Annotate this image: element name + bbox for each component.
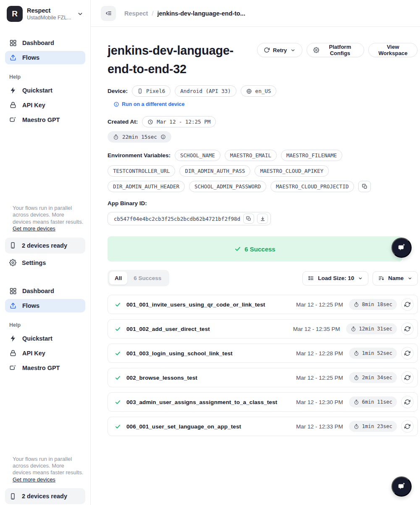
sidebar-item-quickstart[interactable]: Quickstart <box>5 332 85 345</box>
flow-result-row[interactable]: 006_001_user_set_language_on_app_test Ma… <box>108 417 418 436</box>
sidebar-item-label: Maestro GPT <box>22 365 60 371</box>
stopwatch-icon <box>354 351 359 356</box>
workspace-switcher[interactable]: R Respect UstadMobile FZL... <box>5 6 85 22</box>
stopwatch-icon <box>354 399 359 405</box>
app-binary-chip: cb547f04e4bc2cb3f25cb2bcdb62b4721bf2f98d <box>108 212 271 225</box>
info-icon[interactable] <box>160 134 166 140</box>
flow-result-row[interactable]: 001_001_invite_users_using_qr_code_or_li… <box>108 295 418 314</box>
refresh-icon <box>404 375 410 381</box>
flow-time: Mar 12 - 12:28 PM <box>296 350 343 357</box>
retry-flow-button[interactable] <box>401 371 414 384</box>
env-var-chip[interactable]: MAESTRO_CLOUD_PROJECTID <box>270 181 354 192</box>
total-duration-value: 22min 15sec <box>122 134 157 140</box>
view-workspace-button[interactable]: View Workspace <box>368 43 417 57</box>
sidebar-nav-secondary: Dashboard Flows Help Quickstart API Key <box>5 284 85 375</box>
flow-results-list: 001_001_invite_users_using_qr_code_or_li… <box>108 295 418 436</box>
run-different-device-label: Run on a different device <box>122 101 184 107</box>
sidebar-item-api-key[interactable]: API Key <box>5 98 85 112</box>
env-var-chip[interactable]: MAESTRO_CLOUD_APIKEY <box>255 165 329 177</box>
flow-result-row[interactable]: 003_admin_user_assigns_assignment_to_a_c… <box>108 392 418 412</box>
parallel-flows-note: Your flows run in parallel across device… <box>13 205 84 233</box>
workspace-org: UstadMobile FZL... <box>27 15 73 21</box>
check-icon <box>115 375 121 381</box>
devices-ready-label: 2 devices ready <box>22 242 67 249</box>
load-size-dropdown[interactable]: Load Size: 10 <box>302 271 368 286</box>
sort-dropdown[interactable]: Name <box>373 271 418 286</box>
device-os-chip[interactable]: Android (API 33) <box>175 85 236 97</box>
results-area: All 6 Success Load Size: 10 <box>108 270 418 436</box>
flow-result-row[interactable]: 001_002_add_user_direct_test Mar 12 - 12… <box>108 319 418 338</box>
env-var-chip[interactable]: MAESTRO_FILENAME <box>281 150 342 161</box>
header-actions: Retry Platform Configs View Workspace <box>257 41 417 57</box>
retry-flow-button[interactable] <box>401 298 414 311</box>
env-var-chip[interactable]: MAESTRO_EMAIL <box>225 150 277 161</box>
view-workspace-label: View Workspace <box>375 44 411 56</box>
flow-duration-chip: 1min 52sec <box>349 348 397 359</box>
device-model-chip[interactable]: Pixel6 <box>132 85 171 97</box>
env-var-chip[interactable]: TESTCONTROLLER_URL <box>108 165 175 177</box>
retry-flow-button[interactable] <box>401 396 414 408</box>
sidebar-item-dashboard[interactable]: Dashboard <box>5 36 85 50</box>
feedback-fab-button[interactable] <box>391 238 412 258</box>
sidebar-item-flows[interactable]: Flows <box>5 51 85 64</box>
devices-ready-status[interactable]: 2 devices ready <box>5 488 85 504</box>
tab-all[interactable]: All <box>109 272 127 285</box>
sidebar-nav-primary: Dashboard Flows Help Quickstart API Key <box>5 36 85 127</box>
download-binary-button[interactable] <box>257 214 268 224</box>
flow-name: 003_admin_user_assigns_assignment_to_a_c… <box>126 399 296 405</box>
results-controls: All 6 Success Load Size: 10 <box>108 270 418 286</box>
run-different-device-link[interactable]: Run on a different device <box>113 101 184 107</box>
chat-sparkle-icon <box>9 364 17 372</box>
note-text: Your flows run in parallel across device… <box>13 456 83 476</box>
sidebar-item-maestro-gpt[interactable]: Maestro GPT <box>5 113 85 127</box>
tab-success[interactable]: 6 Success <box>127 272 168 285</box>
copy-binary-id-button[interactable] <box>243 214 254 224</box>
env-var-chip[interactable]: DIR_ADMIN_AUTH_HEADER <box>108 181 185 192</box>
device-locale-chip[interactable]: en_US <box>241 85 277 97</box>
sort-descending-icon <box>378 275 384 281</box>
feedback-fab-button[interactable] <box>391 476 412 497</box>
workspace-name: Respect <box>27 7 73 14</box>
phone-device-icon <box>137 88 143 94</box>
refresh-icon <box>264 47 270 53</box>
sidebar-item-api-key[interactable]: API Key <box>5 346 85 360</box>
sidebar-item-label: Flows <box>22 54 39 61</box>
platform-configs-button[interactable]: Platform Configs <box>307 43 364 57</box>
sidebar-item-maestro-gpt[interactable]: Maestro GPT <box>5 361 85 375</box>
env-var-name: SCHOOL_ADMIN_PASSWORD <box>194 183 261 190</box>
flow-time: Mar 12 - 12:35 PM <box>293 326 340 332</box>
retry-button[interactable]: Retry <box>257 43 302 57</box>
breadcrumb-separator: / <box>152 10 153 17</box>
sidebar-item-flows[interactable]: Flows <box>5 299 85 312</box>
check-icon <box>115 399 121 405</box>
breadcrumb-workspace[interactable]: Respect <box>124 10 148 17</box>
get-more-devices-link[interactable]: Get more devices <box>13 225 55 232</box>
flow-result-row[interactable]: 002_browse_lessons_test Mar 12 - 12:25 P… <box>108 368 418 387</box>
env-var-chip[interactable]: SCHOOL_ADMIN_PASSWORD <box>189 181 266 192</box>
flow-duration-chip: 8min 18sec <box>349 299 397 310</box>
devices-ready-status[interactable]: 2 devices ready <box>5 238 85 254</box>
globe-icon <box>246 88 252 94</box>
retry-flow-button[interactable] <box>401 420 414 433</box>
env-var-chip[interactable]: DIR_ADMIN_AUTH_PASS <box>179 165 250 177</box>
sort-label: Name <box>388 275 404 281</box>
retry-flow-button[interactable] <box>401 323 414 335</box>
sidebar-item-dashboard[interactable]: Dashboard <box>5 284 85 298</box>
copy-env-vars-button[interactable] <box>358 181 371 192</box>
check-icon <box>115 350 121 357</box>
sidebar-item-quickstart[interactable]: Quickstart <box>5 84 85 97</box>
retry-flow-button[interactable] <box>401 347 414 360</box>
sidebar-item-settings[interactable]: Settings <box>5 256 85 270</box>
workspace-logo: R <box>7 6 23 22</box>
app-binary-id: cb547f04e4bc2cb3f25cb2bcdb62b4721bf2f98d <box>114 216 240 222</box>
flow-time: Mar 12 - 12:30 PM <box>296 399 343 405</box>
collapse-sidebar-button[interactable] <box>101 6 116 21</box>
filter-tabs: All 6 Success <box>108 270 169 286</box>
refresh-icon <box>404 423 410 429</box>
flow-result-row[interactable]: 001_003_login_using_school_link_test Mar… <box>108 344 418 363</box>
get-more-devices-link[interactable]: Get more devices <box>13 476 55 483</box>
flow-duration-chip: 1min 23sec <box>349 421 397 432</box>
app-binary-label: App Binary ID: <box>108 200 420 206</box>
env-var-chip[interactable]: SCHOOL_NAME <box>175 150 220 161</box>
load-size-label: Load Size: 10 <box>318 275 354 281</box>
